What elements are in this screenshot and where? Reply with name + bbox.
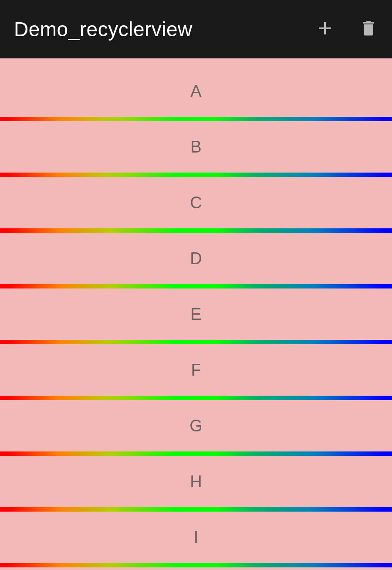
toolbar: Demo_recyclerview bbox=[0, 0, 392, 58]
divider bbox=[0, 228, 392, 233]
divider bbox=[0, 117, 392, 121]
list-item[interactable]: D bbox=[0, 233, 392, 284]
add-icon bbox=[314, 18, 335, 41]
recycler-list[interactable]: A B C D E F G H I bbox=[0, 65, 392, 567]
list-item[interactable]: A bbox=[0, 65, 392, 117]
list-item[interactable]: B bbox=[0, 121, 392, 173]
divider bbox=[0, 507, 392, 512]
list-item-label: E bbox=[190, 305, 201, 324]
spacer bbox=[0, 58, 392, 65]
list-item-label: C bbox=[190, 193, 202, 212]
list-item-label: I bbox=[194, 528, 199, 547]
list-item-label: A bbox=[190, 82, 201, 101]
list-item-label: D bbox=[190, 249, 202, 268]
list-item-label: F bbox=[191, 361, 201, 380]
list-item[interactable]: F bbox=[0, 344, 392, 396]
list-item-label: G bbox=[189, 417, 203, 435]
list-item-label: H bbox=[190, 472, 202, 491]
list-item[interactable]: I bbox=[0, 512, 392, 563]
delete-icon bbox=[359, 19, 378, 40]
list-item[interactable]: H bbox=[0, 456, 392, 507]
divider bbox=[0, 284, 392, 288]
list-item-label: B bbox=[190, 138, 201, 156]
list-item[interactable]: E bbox=[0, 288, 392, 340]
divider bbox=[0, 563, 392, 567]
add-button[interactable] bbox=[312, 16, 338, 42]
app-title: Demo_recyclerview bbox=[14, 17, 193, 41]
list-item[interactable]: C bbox=[0, 177, 392, 228]
toolbar-actions bbox=[312, 16, 382, 42]
divider bbox=[0, 173, 392, 177]
list-item[interactable]: G bbox=[0, 400, 392, 451]
divider bbox=[0, 451, 392, 456]
delete-button[interactable] bbox=[355, 16, 382, 42]
divider bbox=[0, 340, 392, 344]
divider bbox=[0, 396, 392, 400]
